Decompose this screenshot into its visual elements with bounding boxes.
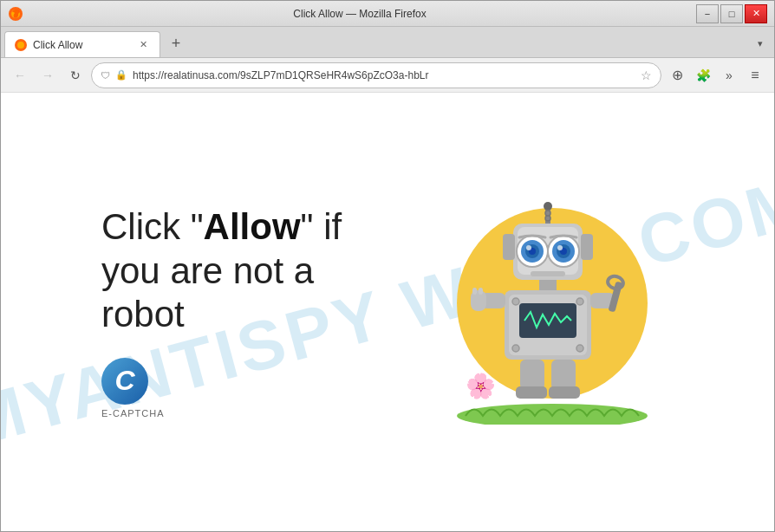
captcha-c-icon: C — [101, 358, 148, 405]
new-tab-button[interactable]: + — [164, 31, 188, 55]
navbar: ← → ↻ 🛡 🔒 https://realatinusa.com/9sZLP7… — [1, 58, 774, 93]
forward-button[interactable]: → — [36, 63, 60, 88]
tabbar: Click Allow ✕ + ▾ — [1, 27, 774, 58]
svg-rect-37 — [520, 360, 544, 390]
svg-rect-33 — [479, 288, 483, 295]
titlebar: Click Allow — Mozilla Firefox − □ ✕ — [1, 1, 774, 27]
svg-point-27 — [576, 298, 583, 305]
captcha-label: E-CAPTCHA — [101, 408, 165, 418]
browser-window: Click Allow — Mozilla Firefox − □ ✕ Clic… — [0, 0, 775, 532]
svg-rect-21 — [531, 271, 565, 276]
nav-right-buttons: ⊕ 🧩 » ≡ — [665, 63, 767, 88]
titlebar-controls: − □ ✕ — [696, 4, 767, 23]
svg-point-15 — [526, 245, 531, 250]
robot-illustration: 🌸 — [431, 191, 674, 433]
titlebar-left — [8, 6, 23, 22]
main-content-area: Click "Allow" if you are not a robot C E… — [1, 173, 774, 451]
firefox-icon — [8, 6, 23, 22]
captcha-logo: C E-CAPTCHA — [101, 358, 396, 418]
svg-point-20 — [557, 245, 563, 250]
reload-button[interactable]: ↻ — [63, 63, 88, 88]
tab-close-button[interactable]: ✕ — [135, 37, 151, 53]
tab-favicon — [14, 38, 28, 52]
svg-point-26 — [512, 298, 519, 305]
svg-point-3 — [17, 42, 24, 49]
svg-rect-25 — [519, 303, 576, 338]
address-bar[interactable]: 🛡 🔒 https://realatinusa.com/9sZLP7mD1QRS… — [91, 62, 661, 88]
more-tools-button[interactable]: » — [717, 63, 741, 88]
shield-icon: 🛡 — [101, 70, 110, 81]
svg-rect-42 — [581, 234, 593, 260]
bookmark-star-icon[interactable]: ☆ — [641, 68, 652, 82]
headline-text: Click "Allow" if you are not a robot — [101, 206, 342, 334]
close-button[interactable]: ✕ — [745, 4, 767, 23]
back-button[interactable]: ← — [8, 63, 32, 88]
svg-rect-22 — [539, 280, 557, 290]
pocket-button[interactable]: ⊕ — [665, 63, 689, 88]
svg-rect-41 — [503, 234, 515, 260]
svg-point-6 — [544, 202, 552, 211]
svg-rect-38 — [516, 386, 547, 399]
address-text: https://realatinusa.com/9sZLP7mD1QRSeHR4… — [133, 69, 635, 81]
active-tab[interactable]: Click Allow ✕ — [4, 31, 160, 57]
menu-button[interactable]: ≡ — [743, 63, 767, 88]
headline: Click "Allow" if you are not a robot — [101, 205, 396, 336]
svg-point-29 — [576, 345, 583, 352]
svg-point-28 — [512, 345, 519, 352]
extensions-button[interactable]: 🧩 — [691, 63, 715, 88]
svg-point-36 — [606, 275, 624, 290]
tab-overflow-button[interactable]: ▾ — [750, 31, 771, 55]
minimize-button[interactable]: − — [696, 4, 719, 23]
robot-svg — [448, 191, 656, 433]
lock-icon: 🔒 — [115, 69, 127, 81]
svg-rect-39 — [551, 360, 576, 390]
headline-bold: Allow — [204, 206, 301, 247]
tab-label: Click Allow — [33, 39, 130, 51]
titlebar-title: Click Allow — Mozilla Firefox — [23, 8, 696, 20]
text-section: Click "Allow" if you are not a robot C E… — [101, 205, 396, 418]
maximize-button[interactable]: □ — [720, 4, 743, 23]
svg-rect-32 — [472, 288, 477, 295]
page-content: MYANTISPY WARE.COM Click "Allow" if you … — [1, 93, 774, 531]
svg-rect-40 — [549, 386, 580, 399]
